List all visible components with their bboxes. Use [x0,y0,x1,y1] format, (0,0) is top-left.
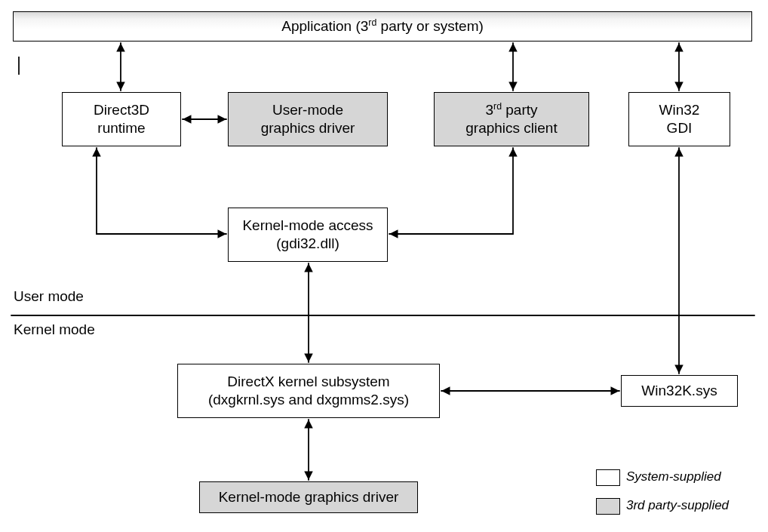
legend-system-swatch [596,469,620,486]
application-box: Application (3rd party or system) [13,11,752,42]
kernel-mode-graphics-driver-box: Kernel-mode graphics driver [199,481,418,513]
kernel-mode-label: Kernel mode [14,321,95,338]
legend-system-label: System-supplied [626,469,721,484]
client-line2: graphics client [465,119,557,137]
d3d-to-kma-arrow [97,148,226,234]
connectors [0,0,768,532]
direct3d-line2: runtime [97,119,145,137]
umgd-line2: graphics driver [261,119,355,137]
third-party-graphics-client-box: 3rd party graphics client [434,92,589,146]
win32k-label: Win32K.sys [641,382,717,400]
user-mode-graphics-driver-box: User-mode graphics driver [228,92,388,146]
gdi-line1: Win32 [659,101,700,119]
client-to-kma-arrow [389,148,513,234]
directx-kernel-subsystem-box: DirectX kernel subsystem (dxgkrnl.sys an… [177,364,440,418]
application-label: Application (3rd party or system) [281,17,484,35]
kma-line1: Kernel-mode access [242,217,373,235]
kma-line2: (gdi32.dll) [276,235,339,253]
user-mode-label: User mode [14,288,84,305]
gdi-line2: GDI [667,119,693,137]
kmgd-label: Kernel-mode graphics driver [219,488,399,506]
direct3d-runtime-box: Direct3D runtime [62,92,181,146]
win32k-sys-box: Win32K.sys [621,375,738,407]
direct3d-line1: Direct3D [94,101,149,119]
umgd-line1: User-mode [272,101,343,119]
dxk-line2: (dxgkrnl.sys and dxgmms2.sys) [208,391,409,409]
legend-thirdparty-swatch [596,498,620,515]
legend-thirdparty-label: 3rd party-supplied [626,498,729,513]
client-line1: 3rd party [485,101,537,119]
kernel-mode-access-box: Kernel-mode access (gdi32.dll) [228,208,388,262]
dxk-line1: DirectX kernel subsystem [227,373,389,391]
text-cursor [18,57,20,75]
win32-gdi-box: Win32 GDI [628,92,730,146]
